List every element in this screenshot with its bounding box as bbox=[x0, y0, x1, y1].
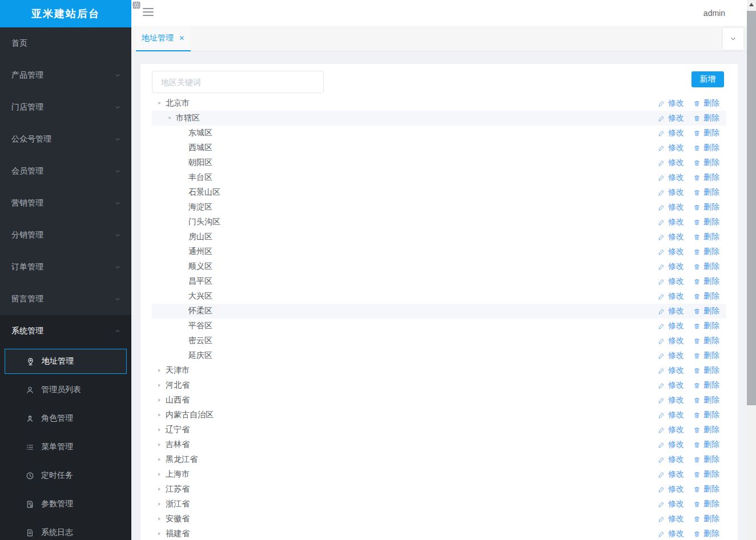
tree-row[interactable]: 上海市 修改 删除 bbox=[152, 467, 726, 482]
caret-right-icon[interactable] bbox=[156, 516, 162, 522]
delete-link[interactable]: 删除 bbox=[693, 321, 719, 331]
edit-link[interactable]: 修改 bbox=[658, 232, 684, 242]
delete-link[interactable]: 删除 bbox=[693, 410, 719, 420]
tree-row[interactable]: 福建省 修改 删除 bbox=[152, 526, 726, 540]
delete-link[interactable]: 删除 bbox=[693, 499, 719, 509]
delete-link[interactable]: 删除 bbox=[693, 484, 719, 494]
add-button[interactable]: 新增 bbox=[691, 71, 724, 87]
caret-right-icon[interactable] bbox=[156, 368, 162, 373]
delete-link[interactable]: 删除 bbox=[693, 143, 719, 153]
delete-link[interactable]: 删除 bbox=[693, 454, 719, 465]
tree-row[interactable]: 江苏省 修改 删除 bbox=[152, 482, 726, 497]
scrollbar-up-arrow-icon[interactable] bbox=[749, 3, 754, 6]
edit-link[interactable]: 修改 bbox=[658, 217, 684, 227]
page-scrollbar[interactable] bbox=[747, 0, 756, 540]
tree-row[interactable]: 怀柔区 修改 删除 bbox=[152, 304, 726, 319]
edit-link[interactable]: 修改 bbox=[658, 291, 684, 301]
delete-link[interactable]: 删除 bbox=[693, 350, 719, 361]
edit-link[interactable]: 修改 bbox=[658, 454, 684, 465]
tree-row[interactable]: 昌平区 修改 删除 bbox=[152, 274, 726, 289]
delete-link[interactable]: 删除 bbox=[693, 158, 719, 168]
delete-link[interactable]: 删除 bbox=[693, 128, 719, 138]
sidebar-subitem-menu[interactable]: 菜单管理 bbox=[0, 433, 131, 461]
edit-link[interactable]: 修改 bbox=[658, 98, 684, 108]
delete-link[interactable]: 删除 bbox=[693, 336, 719, 346]
tree-row[interactable]: 门头沟区 修改 删除 bbox=[152, 215, 726, 229]
tree-row[interactable]: 石景山区 修改 删除 bbox=[152, 185, 726, 200]
scrollbar-thumb[interactable] bbox=[747, 11, 756, 405]
edit-link[interactable]: 修改 bbox=[658, 529, 684, 539]
delete-link[interactable]: 删除 bbox=[693, 469, 719, 479]
edit-link[interactable]: 修改 bbox=[658, 336, 684, 346]
tree-row[interactable]: 内蒙古自治区 修改 删除 bbox=[152, 408, 726, 422]
edit-link[interactable]: 修改 bbox=[658, 276, 684, 287]
tree-row[interactable]: 黑龙江省 修改 删除 bbox=[152, 452, 726, 467]
tree-row[interactable]: 朝阳区 修改 删除 bbox=[152, 155, 726, 170]
edit-link[interactable]: 修改 bbox=[658, 321, 684, 331]
sidebar-item-wechat[interactable]: 公众号管理 bbox=[0, 123, 131, 155]
tree-row[interactable]: 浙江省 修改 删除 bbox=[152, 497, 726, 511]
tab-list-dropdown[interactable] bbox=[723, 28, 743, 50]
tree-row[interactable]: 大兴区 修改 删除 bbox=[152, 289, 726, 304]
sidebar-item-product[interactable]: 产品管理 bbox=[0, 59, 131, 91]
delete-link[interactable]: 删除 bbox=[693, 202, 719, 212]
edit-link[interactable]: 修改 bbox=[658, 440, 684, 450]
delete-link[interactable]: 删除 bbox=[693, 529, 719, 539]
delete-link[interactable]: 删除 bbox=[693, 98, 719, 108]
edit-link[interactable]: 修改 bbox=[658, 514, 684, 524]
tree-row[interactable]: 北京市 修改 删除 bbox=[152, 96, 726, 111]
delete-link[interactable]: 删除 bbox=[693, 291, 719, 301]
sidebar-item-message[interactable]: 留言管理 bbox=[0, 283, 131, 315]
edit-link[interactable]: 修改 bbox=[658, 261, 684, 272]
close-icon[interactable] bbox=[179, 35, 185, 41]
tree-row[interactable]: 密云区 修改 删除 bbox=[152, 333, 726, 348]
tree-row[interactable]: 延庆区 修改 删除 bbox=[152, 348, 726, 363]
sidebar-subitem-param[interactable]: 参数管理 bbox=[0, 490, 131, 518]
caret-right-icon[interactable] bbox=[156, 382, 162, 388]
delete-link[interactable]: 删除 bbox=[693, 187, 719, 198]
delete-link[interactable]: 删除 bbox=[693, 232, 719, 242]
menu-toggle-icon[interactable] bbox=[143, 8, 154, 16]
edit-link[interactable]: 修改 bbox=[658, 484, 684, 494]
edit-link[interactable]: 修改 bbox=[658, 499, 684, 509]
delete-link[interactable]: 删除 bbox=[693, 276, 719, 287]
delete-link[interactable]: 删除 bbox=[693, 247, 719, 257]
edit-link[interactable]: 修改 bbox=[658, 469, 684, 479]
delete-link[interactable]: 删除 bbox=[693, 380, 719, 390]
edit-link[interactable]: 修改 bbox=[658, 380, 684, 390]
tree-row[interactable]: 河北省 修改 删除 bbox=[152, 378, 726, 393]
sidebar-subitem-address[interactable]: 地址管理 bbox=[5, 349, 127, 374]
caret-down-icon[interactable] bbox=[156, 100, 162, 106]
edit-link[interactable]: 修改 bbox=[658, 306, 684, 316]
sidebar-subitem-task[interactable]: 定时任务 bbox=[0, 461, 131, 490]
delete-link[interactable]: 删除 bbox=[693, 306, 719, 316]
tree-row[interactable]: 房山区 修改 删除 bbox=[152, 229, 726, 244]
edit-link[interactable]: 修改 bbox=[658, 350, 684, 361]
edit-link[interactable]: 修改 bbox=[658, 247, 684, 257]
user-menu[interactable]: admin bbox=[703, 0, 725, 26]
edit-link[interactable]: 修改 bbox=[658, 187, 684, 198]
sidebar-item-store[interactable]: 门店管理 bbox=[0, 91, 131, 123]
caret-right-icon[interactable] bbox=[156, 442, 162, 448]
sidebar-item-system[interactable]: 系统管理 bbox=[0, 315, 131, 347]
tree-row[interactable]: 吉林省 修改 删除 bbox=[152, 437, 726, 452]
delete-link[interactable]: 删除 bbox=[693, 172, 719, 183]
tree-row[interactable]: 辽宁省 修改 删除 bbox=[152, 422, 726, 437]
edit-link[interactable]: 修改 bbox=[658, 425, 684, 435]
tree-row[interactable]: 顺义区 修改 删除 bbox=[152, 259, 726, 274]
edit-link[interactable]: 修改 bbox=[658, 202, 684, 212]
tree-row[interactable]: 西城区 修改 删除 bbox=[152, 140, 726, 155]
edit-link[interactable]: 修改 bbox=[658, 113, 684, 123]
caret-right-icon[interactable] bbox=[156, 501, 162, 507]
caret-right-icon[interactable] bbox=[156, 472, 162, 477]
edit-link[interactable]: 修改 bbox=[658, 410, 684, 420]
tree-row[interactable]: 市辖区 修改 删除 bbox=[152, 111, 726, 126]
tree-row[interactable]: 天津市 修改 删除 bbox=[152, 363, 726, 378]
sidebar-item-distribution[interactable]: 分销管理 bbox=[0, 219, 131, 251]
tree-row[interactable]: 海淀区 修改 删除 bbox=[152, 200, 726, 215]
edit-link[interactable]: 修改 bbox=[658, 395, 684, 405]
sidebar-item-order[interactable]: 订单管理 bbox=[0, 251, 131, 283]
sidebar-item-member[interactable]: 会员管理 bbox=[0, 155, 131, 187]
delete-link[interactable]: 删除 bbox=[693, 113, 719, 123]
tree-row[interactable]: 山西省 修改 删除 bbox=[152, 393, 726, 408]
